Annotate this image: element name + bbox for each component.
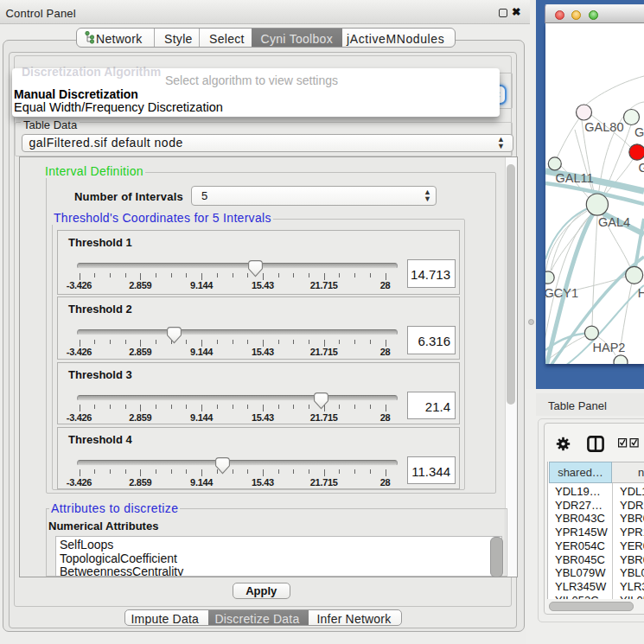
svg-text:GAL: GAL bbox=[634, 125, 644, 139]
svg-text:GAL80: GAL80 bbox=[584, 120, 623, 134]
svg-text:GAL11: GAL11 bbox=[556, 171, 594, 185]
svg-text:GCY1: GCY1 bbox=[545, 286, 578, 300]
svg-text:GAL4: GAL4 bbox=[598, 215, 630, 229]
svg-text:HAP2: HAP2 bbox=[593, 341, 626, 354]
svg-text:H: H bbox=[638, 286, 644, 300]
svg-text:G: G bbox=[639, 161, 644, 175]
